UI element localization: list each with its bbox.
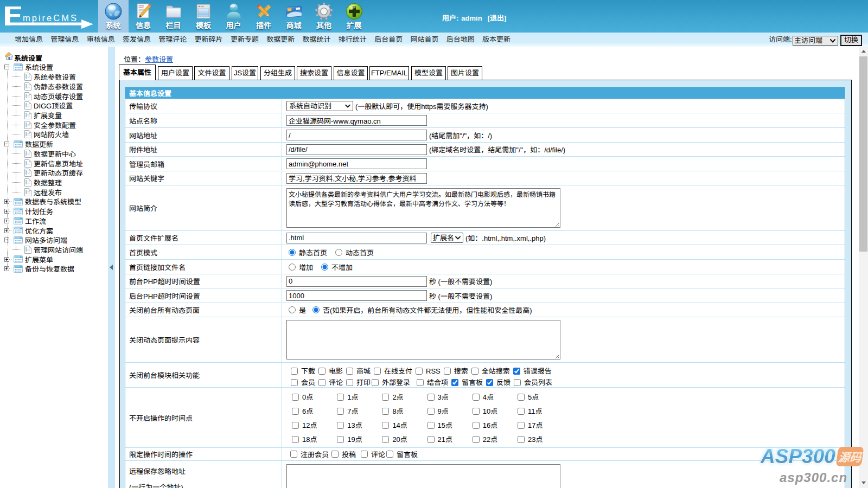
svg-text:mpireCMS: mpireCMS [23,13,78,23]
svg-text:ASP300: ASP300 [761,445,835,467]
